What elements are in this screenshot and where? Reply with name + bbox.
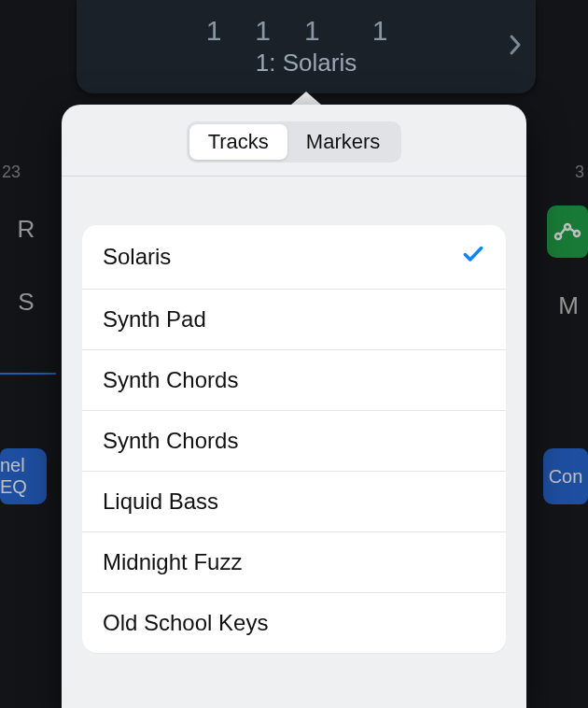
list-item[interactable]: Solaris [82,225,506,290]
tab-markers[interactable]: Markers [287,124,399,160]
track-name-label: Liquid Bass [103,489,218,515]
checkmark-icon [461,242,485,272]
track-picker-popover: Tracks Markers Solaris Synth Pad Synth C… [62,105,526,708]
lcd-display[interactable]: 1 1 1 1 1: Solaris [77,0,536,93]
counter-bar: 1 [206,15,224,47]
track-name-label: Midnight Fuzz [103,549,242,575]
segmented-control: Tracks Markers [187,121,402,163]
track-name-label: Synth Chords [103,428,238,454]
display-track-name: 1: Solaris [105,49,508,78]
track-name-label: Old School Keys [103,610,268,636]
list-item[interactable]: Old School Keys [82,593,506,653]
popover-arrow [291,92,321,105]
track-name-label: Solaris [103,244,171,270]
counter-beat: 1 [255,15,273,47]
track-list: Solaris Synth Pad Synth Chords Synth Cho… [82,225,506,653]
counter-div: 1 [304,15,322,47]
list-item[interactable]: Midnight Fuzz [82,532,506,593]
chevron-right-icon[interactable] [508,33,523,61]
list-item[interactable]: Synth Chords [82,350,506,411]
track-name-label: Synth Pad [103,306,206,333]
tab-tracks[interactable]: Tracks [189,124,287,160]
list-item[interactable]: Synth Pad [82,290,506,350]
track-name-label: Synth Chords [103,367,238,393]
segmented-control-container: Tracks Markers [62,105,526,177]
list-item[interactable]: Synth Chords [82,411,506,472]
list-item[interactable]: Liquid Bass [82,472,506,532]
position-counters: 1 1 1 1 [105,15,508,47]
counter-tick: 1 [372,15,390,47]
